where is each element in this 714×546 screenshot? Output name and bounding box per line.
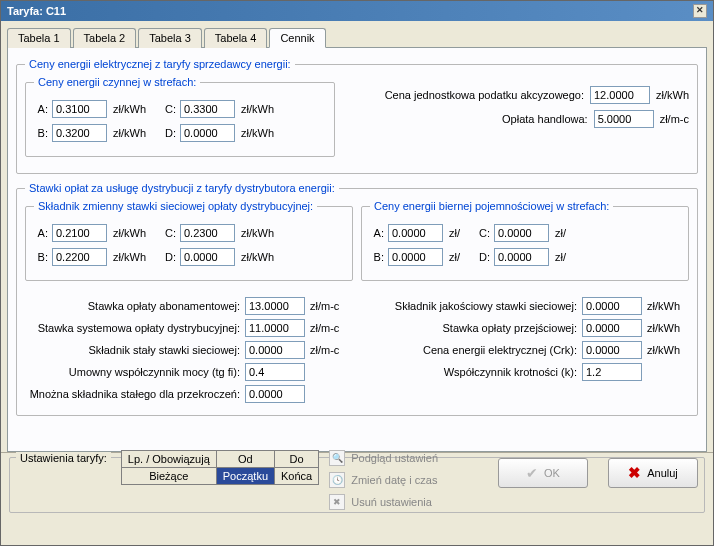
mult-input[interactable] (245, 385, 305, 403)
abon-label: Stawka opłaty abonamentowej: (25, 300, 240, 312)
table-header: Od (216, 451, 274, 468)
crk-label: Cena energii elektrycznej (Crk): (362, 344, 577, 356)
tab-cennik-body: Ceny energii elektrycznej z taryfy sprze… (7, 47, 707, 452)
k-input[interactable] (582, 363, 642, 381)
cancel-button[interactable]: ✖ Anuluj (608, 458, 698, 488)
delete-settings-action[interactable]: ✖ Usuń ustawienia (329, 494, 438, 510)
variable-component-group: Składnik zmienny stawki sieciowej opłaty… (25, 200, 353, 281)
fixed-input[interactable] (245, 341, 305, 359)
active-energy-zones-legend: Ceny energii czynnej w strefach: (34, 76, 200, 88)
qual-unit: zł/kWh (647, 300, 689, 312)
trans-input[interactable] (582, 319, 642, 337)
qual-input[interactable] (582, 297, 642, 315)
zone-c-label: C: (162, 103, 176, 115)
table-row[interactable]: Bieżące Początku Końca (121, 468, 318, 485)
var-a-unit: zł/kWh (113, 227, 146, 239)
table-cell-selected: Początku (216, 468, 274, 485)
seller-prices-group: Ceny energii elektrycznej z taryfy sprze… (16, 58, 698, 174)
re-a-unit: zł/ (449, 227, 460, 239)
abon-input[interactable] (245, 297, 305, 315)
fixed-unit: zł/m-c (310, 344, 352, 356)
var-d-input[interactable] (180, 248, 235, 266)
table-header-row: Lp. / Obowiązują Od Do (121, 451, 318, 468)
re-a-input[interactable] (388, 224, 443, 242)
table-cell: Bieżące (121, 468, 216, 485)
re-b-unit: zł/ (449, 251, 460, 263)
close-button[interactable]: ✕ (693, 4, 707, 18)
seller-prices-legend: Ceny energii elektrycznej z taryfy sprze… (25, 58, 295, 70)
re-b-label: B: (370, 251, 384, 263)
tab-tabela1[interactable]: Tabela 1 (7, 28, 71, 48)
ok-label: OK (544, 467, 560, 479)
tab-tabela4[interactable]: Tabela 4 (204, 28, 268, 48)
tariff-settings-frame: Ustawienia taryfy: Lp. / Obowiązują Od D… (9, 457, 705, 513)
trans-unit: zł/kWh (647, 322, 689, 334)
re-d-unit: zł/ (555, 251, 566, 263)
re-a-label: A: (370, 227, 384, 239)
table-header: Do (275, 451, 319, 468)
re-c-input[interactable] (494, 224, 549, 242)
var-c-label: C: (162, 227, 176, 239)
table-header: Lp. / Obowiązują (121, 451, 216, 468)
x-icon: ✖ (628, 464, 641, 482)
re-b-input[interactable] (388, 248, 443, 266)
zone-a-unit: zł/kWh (113, 103, 146, 115)
settings-actions: 🔍 Podgląd ustawień 🕓 Zmień datę i czas ✖… (329, 450, 438, 510)
var-b-input[interactable] (52, 248, 107, 266)
crk-input[interactable] (582, 341, 642, 359)
re-c-label: C: (476, 227, 490, 239)
variable-component-legend: Składnik zmienny stawki sieciowej opłaty… (34, 200, 317, 212)
tab-tabela2[interactable]: Tabela 2 (73, 28, 137, 48)
window: Taryfa: C11 ✕ Tabela 1 Tabela 2 Tabela 3… (0, 0, 714, 546)
preview-settings-action[interactable]: 🔍 Podgląd ustawień (329, 450, 438, 466)
reactive-energy-legend: Ceny energii biernej pojemnościowej w st… (370, 200, 613, 212)
var-a-input[interactable] (52, 224, 107, 242)
sys-unit: zł/m-c (310, 322, 352, 334)
zone-b-unit: zł/kWh (113, 127, 146, 139)
var-b-unit: zł/kWh (113, 251, 146, 263)
var-c-input[interactable] (180, 224, 235, 242)
var-d-label: D: (162, 251, 176, 263)
qual-label: Składnik jakościowy stawki sieciowej: (362, 300, 577, 312)
zone-a-label: A: (34, 103, 48, 115)
window-title: Taryfa: C11 (7, 5, 66, 17)
re-d-input[interactable] (494, 248, 549, 266)
tgfi-input[interactable] (245, 363, 305, 381)
zone-b-input[interactable] (52, 124, 107, 142)
var-d-unit: zł/kWh (241, 251, 274, 263)
excise-input[interactable] (590, 86, 650, 104)
excise-unit: zł/kWh (656, 89, 689, 101)
trade-fee-input[interactable] (594, 110, 654, 128)
var-c-unit: zł/kWh (241, 227, 274, 239)
tab-tabela3[interactable]: Tabela 3 (138, 28, 202, 48)
zone-c-input[interactable] (180, 100, 235, 118)
zone-d-input[interactable] (180, 124, 235, 142)
zone-b-label: B: (34, 127, 48, 139)
tabs: Tabela 1 Tabela 2 Tabela 3 Tabela 4 Cenn… (7, 28, 707, 48)
change-date-action[interactable]: 🕓 Zmień datę i czas (329, 472, 438, 488)
check-icon: ✔ (526, 465, 538, 481)
trans-label: Stawka opłaty przejściowej: (362, 322, 577, 334)
delete-icon: ✖ (329, 494, 345, 510)
re-d-label: D: (476, 251, 490, 263)
zone-a-input[interactable] (52, 100, 107, 118)
distribution-legend: Stawki opłat za usługę dystrybucji z tar… (25, 182, 339, 194)
tab-cennik[interactable]: Cennik (269, 28, 325, 48)
sys-input[interactable] (245, 319, 305, 337)
trade-fee-label: Opłata handlowa: (502, 113, 588, 125)
titlebar: Taryfa: C11 ✕ (1, 1, 713, 21)
abon-unit: zł/m-c (310, 300, 352, 312)
bottom-panel: Ustawienia taryfy: Lp. / Obowiązują Od D… (1, 452, 713, 545)
clock-icon: 🕓 (329, 472, 345, 488)
zone-c-unit: zł/kWh (241, 103, 274, 115)
cancel-label: Anuluj (647, 467, 678, 479)
ok-button[interactable]: ✔ OK (498, 458, 588, 488)
magnifier-icon: 🔍 (329, 450, 345, 466)
tabs-area: Tabela 1 Tabela 2 Tabela 3 Tabela 4 Cenn… (1, 21, 713, 452)
tariff-settings-legend: Ustawienia taryfy: (16, 452, 111, 464)
var-a-label: A: (34, 227, 48, 239)
tariff-settings-table: Lp. / Obowiązują Od Do Bieżące Początku … (121, 450, 319, 485)
fixed-label: Składnik stały stawki sieciowej: (25, 344, 240, 356)
distribution-group: Stawki opłat za usługę dystrybucji z tar… (16, 182, 698, 416)
re-c-unit: zł/ (555, 227, 566, 239)
